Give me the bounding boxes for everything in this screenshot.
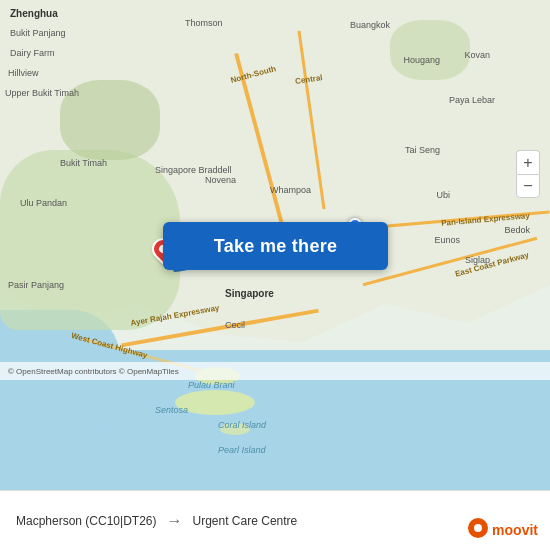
island-sentosa: [175, 390, 255, 415]
zoom-out-button[interactable]: −: [516, 174, 540, 198]
route-arrow: →: [167, 512, 183, 530]
moovit-dot-icon: [468, 518, 488, 538]
island-coral: [220, 423, 250, 435]
park-central: [60, 80, 160, 160]
take-me-there-button[interactable]: Take me there: [163, 222, 388, 270]
zoom-in-button[interactable]: +: [516, 150, 540, 174]
moovit-text: moovit: [492, 522, 538, 538]
route-from: Macpherson (CC10|DT26): [16, 514, 157, 528]
moovit-dot-inner: [474, 524, 482, 532]
bottom-bar: Macpherson (CC10|DT26) → Urgent Care Cen…: [0, 490, 550, 550]
take-me-there-label: Take me there: [214, 236, 338, 257]
route-to: Urgent Care Centre: [193, 514, 298, 528]
park-ne: [390, 20, 470, 80]
moovit-logo: moovit: [492, 522, 538, 538]
attribution-bar: © OpenStreetMap contributors © OpenMapTi…: [0, 362, 550, 380]
attribution-text: © OpenStreetMap contributors © OpenMapTi…: [8, 367, 179, 376]
map-container[interactable]: Zhenghua Bukit Panjang Dairy Farm Hillvi…: [0, 0, 550, 490]
zoom-control: + −: [516, 150, 540, 198]
